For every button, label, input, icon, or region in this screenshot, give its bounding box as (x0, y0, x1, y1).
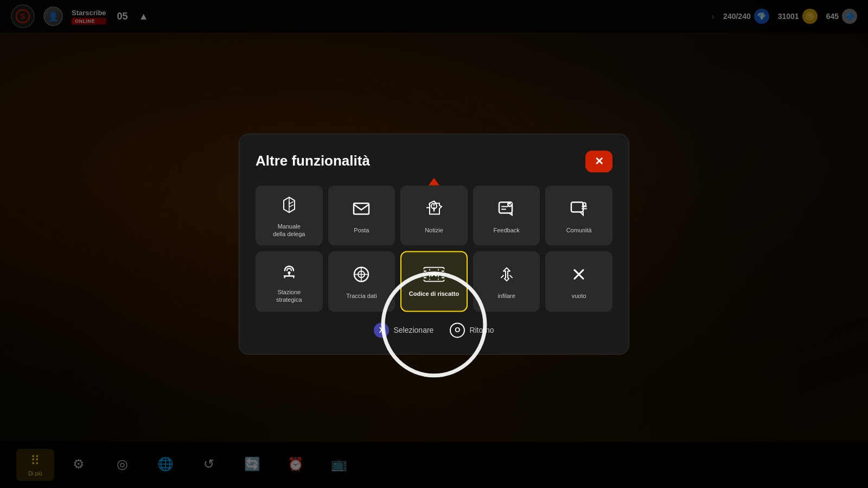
svg-point-5 (433, 204, 435, 206)
svg-point-10 (288, 271, 290, 274)
infilare-label: infilare (497, 293, 515, 300)
traccia-icon (352, 265, 371, 287)
manuale-icon: ! (279, 195, 299, 217)
comunita-label: Comunità (566, 226, 592, 234)
x-button[interactable]: X (374, 322, 389, 338)
grid-item-manuale[interactable]: ! Manualedella delega (256, 185, 323, 246)
modal-header: Altre funzionalità ✕ (256, 150, 612, 172)
notizie-label: Notizie (425, 226, 443, 234)
grid-item-posta[interactable]: Posta (328, 185, 395, 246)
grid-item-traccia[interactable]: Traccia dati (328, 251, 395, 312)
modal-nav-hints: X Selezionare O Ritorno (256, 322, 612, 338)
back-hint-label: Ritorno (469, 326, 494, 334)
o-button[interactable]: O (450, 322, 465, 338)
traccia-label: Traccia dati (346, 293, 376, 300)
tooltip-arrow-icon (429, 178, 439, 185)
svg-rect-8 (571, 202, 583, 212)
posta-label: Posta (354, 226, 369, 234)
feedback-label: Feedback (493, 226, 519, 234)
select-hint: X Selezionare (374, 322, 433, 338)
menu-grid: ! Manualedella delega Posta (256, 185, 612, 312)
infilare-icon (497, 265, 516, 287)
grid-item-notizie[interactable]: Notizie (400, 185, 468, 246)
svg-point-7 (507, 201, 513, 207)
svg-text:!: ! (288, 200, 290, 208)
modal-title: Altre funzionalità (256, 153, 370, 169)
grid-item-codice[interactable]: Codice di riscatto (400, 251, 468, 312)
feedback-icon (497, 199, 516, 221)
select-hint-label: Selezionare (393, 326, 433, 334)
grid-item-comunita[interactable]: Comunità (545, 185, 612, 246)
grid-item-feedback[interactable]: Feedback (473, 185, 540, 246)
comunita-icon (569, 199, 589, 221)
codice-icon (423, 267, 445, 285)
vuoto-label: vuoto (572, 293, 586, 300)
posta-icon (352, 199, 371, 221)
svg-point-9 (583, 202, 586, 206)
grid-item-infilare[interactable]: infilare (473, 251, 540, 312)
manuale-label: Manualedella delega (273, 223, 305, 238)
vuoto-icon (569, 265, 589, 287)
codice-label: Codice di riscatto (409, 290, 459, 298)
svg-rect-3 (354, 203, 369, 214)
grid-wrapper: ! Manualedella delega Posta (256, 185, 612, 312)
stazione-icon (279, 261, 299, 283)
stazione-label: Stazionestrategica (276, 289, 302, 305)
grid-item-vuoto[interactable]: vuoto (545, 251, 612, 312)
modal-close-button[interactable]: ✕ (585, 150, 612, 172)
notizie-icon (424, 199, 444, 221)
grid-item-stazione[interactable]: Stazionestrategica (256, 251, 323, 312)
close-icon: ✕ (595, 155, 604, 168)
modal-altre-funzionalita: Altre funzionalità ✕ ! (239, 134, 629, 354)
back-hint: O Ritorno (450, 322, 494, 338)
